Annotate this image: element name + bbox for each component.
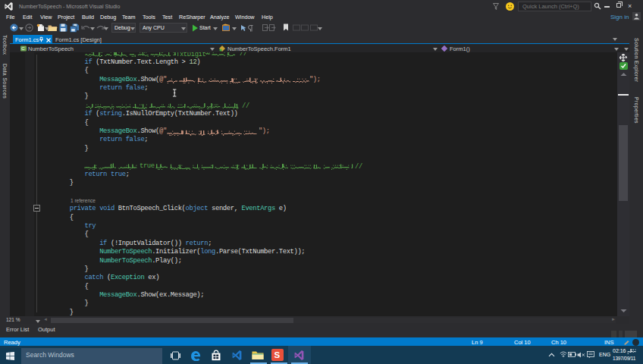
svg-text:C: C (21, 46, 25, 51)
